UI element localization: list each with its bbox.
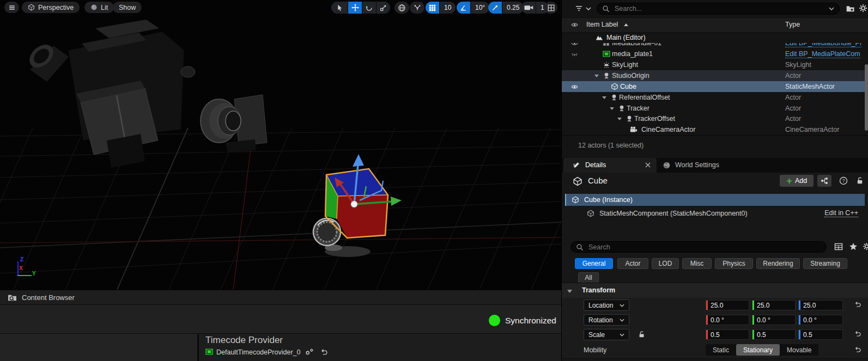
outliner-row-trackeroffset[interactable]: TrackerOffset Actor: [562, 113, 868, 124]
angle-snap-toggle[interactable]: [457, 2, 470, 14]
outliner-row-cinecameraactor[interactable]: CineCameraActor CineCameraActor: [562, 124, 868, 135]
scale-x-field[interactable]: 0.5: [706, 329, 749, 340]
outliner-item-label[interactable]: SkyLight: [612, 61, 638, 69]
outliner-filter-chevron-icon[interactable]: [586, 7, 591, 10]
reset-scale-icon[interactable]: [854, 330, 861, 338]
visibility-column-eye-icon[interactable]: [570, 21, 579, 28]
viewport-menu-button[interactable]: [4, 2, 19, 13]
move-tool-button[interactable]: [348, 2, 362, 14]
tab-world-settings[interactable]: World Settings: [660, 158, 742, 173]
component-row-cube-instance[interactable]: Cube (Instance): [565, 194, 865, 206]
surface-snapping-button[interactable]: [410, 2, 424, 14]
filter-chip-actor[interactable]: Actor: [617, 258, 648, 269]
location-x-field[interactable]: 25.0: [706, 300, 749, 310]
outliner-item-label[interactable]: media_plate1: [612, 50, 653, 58]
visibility-eye-icon[interactable]: [570, 43, 579, 47]
scale-dropdown[interactable]: Scale: [584, 329, 629, 340]
maximize-viewport-button[interactable]: [544, 2, 557, 14]
filter-chip-streaming[interactable]: Streaming: [803, 258, 847, 269]
reset-mobility-icon[interactable]: [854, 346, 861, 353]
scale-snap-toggle[interactable]: [488, 2, 502, 14]
expander-triangle-icon[interactable]: [594, 74, 599, 78]
expander-triangle-icon[interactable]: [610, 106, 614, 111]
grid-snap-toggle[interactable]: [426, 2, 439, 14]
outliner-row-media-plate1[interactable]: media_plate1 Edit BP_MediaPlateCom: [562, 48, 868, 59]
outliner-item-type-link[interactable]: Edit BP_MediaPlateCom: [785, 50, 860, 58]
mobility-static-button[interactable]: Static: [706, 344, 736, 356]
outliner-row-mediabundle-clipped[interactable]: MediaBundle-01 Edit BP_MediaBundle_Pl: [562, 43, 868, 48]
show-button[interactable]: Show: [113, 2, 142, 13]
scale-y-field[interactable]: 0.5: [752, 329, 796, 340]
search-options-chevron-icon[interactable]: [829, 7, 834, 10]
outliner-search[interactable]: [597, 3, 840, 15]
location-dropdown[interactable]: Location: [584, 299, 629, 311]
outliner-row-tracker[interactable]: Tracker Actor: [562, 103, 868, 114]
world-local-toggle[interactable]: [394, 2, 409, 14]
unlock-icon[interactable]: [856, 176, 864, 185]
add-component-button[interactable]: Add: [780, 175, 814, 187]
content-browser-bar[interactable]: Content Browser: [0, 290, 561, 305]
reload-icon[interactable]: [320, 348, 328, 356]
expander-triangle-icon[interactable]: [602, 95, 606, 100]
sort-ascending-icon[interactable]: [624, 23, 628, 27]
new-folder-icon[interactable]: [846, 4, 855, 13]
edit-in-cpp-link[interactable]: Edit in C++: [824, 209, 858, 217]
lit-button[interactable]: Lit: [84, 2, 114, 13]
outliner-settings-gear-icon[interactable]: [859, 4, 867, 13]
timecode-provider-value[interactable]: DefaultTimecodeProvider_0: [216, 348, 300, 356]
outliner-item-label[interactable]: Tracker: [627, 105, 650, 112]
rotate-tool-button[interactable]: [362, 2, 376, 14]
filter-chip-physics[interactable]: Physics: [715, 258, 753, 269]
rotation-z-field[interactable]: 0.0 °: [798, 315, 843, 325]
scale-lock-icon[interactable]: [638, 331, 646, 338]
scale-z-field[interactable]: 0.5: [798, 329, 843, 340]
angle-snap-value[interactable]: 10°: [471, 2, 489, 14]
scale-snap-value[interactable]: 0.25: [502, 2, 524, 14]
visibility-closed-eye-icon[interactable]: [570, 51, 579, 58]
perspective-button[interactable]: Perspective: [22, 2, 80, 13]
visibility-eye-icon[interactable]: [570, 83, 579, 90]
details-search[interactable]: [570, 241, 827, 253]
viewport-3d[interactable]: Perspective Lit Show 10 10°: [0, 0, 561, 290]
scale-tool-button[interactable]: [377, 2, 390, 14]
outliner-item-label[interactable]: CineCameraActor: [641, 126, 695, 133]
item-label-column-header[interactable]: Item Label: [586, 21, 618, 28]
outliner-search-input[interactable]: [614, 4, 825, 13]
select-tool-button[interactable]: [331, 2, 348, 14]
filter-chip-all[interactable]: All: [578, 272, 599, 283]
location-y-field[interactable]: 25.0: [752, 300, 796, 310]
blueprint-convert-button[interactable]: [817, 175, 831, 187]
outliner-item-label[interactable]: Cube: [620, 83, 636, 90]
camera-speed-button[interactable]: [521, 2, 536, 14]
transform-section-header[interactable]: Transform: [562, 283, 868, 299]
mobility-stationary-button[interactable]: Stationary: [736, 344, 780, 356]
rotation-y-field[interactable]: 0.0 °: [752, 315, 796, 325]
component-row-staticmesh[interactable]: StaticMeshComponent (StaticMeshComponent…: [565, 207, 864, 219]
expander-triangle-icon[interactable]: [617, 117, 622, 121]
outliner-row-cube-selected[interactable]: Cube StaticMeshActor: [562, 81, 868, 92]
favorites-star-icon[interactable]: [849, 242, 858, 251]
outliner-item-label[interactable]: MediaBundle-01: [612, 43, 661, 47]
outliner-row-referentialoffset[interactable]: ReferentialOffset Actor: [562, 92, 868, 103]
outliner-scrollbar[interactable]: [865, 64, 868, 131]
outliner-item-label[interactable]: StudioOrigin: [612, 72, 650, 79]
rotation-x-field[interactable]: 0.0 °: [706, 315, 749, 325]
outliner-row-studioorigin[interactable]: StudioOrigin Actor: [562, 70, 868, 81]
details-settings-gear-icon[interactable]: [863, 242, 868, 250]
rotation-dropdown[interactable]: Rotation: [584, 314, 629, 326]
gears-icon[interactable]: [305, 348, 314, 356]
details-search-input[interactable]: [587, 243, 821, 252]
location-z-field[interactable]: 25.0: [798, 300, 843, 310]
outliner-filter-icon[interactable]: [575, 4, 583, 13]
tab-details[interactable]: Details: [563, 158, 657, 173]
outliner-item-label[interactable]: TrackerOffset: [634, 115, 675, 123]
outliner-item-label[interactable]: ReferentialOffset: [619, 94, 670, 101]
reset-location-icon[interactable]: [854, 301, 861, 308]
outliner-row-skylight[interactable]: SkyLight SkyLight: [562, 59, 868, 70]
filter-chip-rendering[interactable]: Rendering: [756, 258, 800, 269]
close-icon[interactable]: [645, 162, 651, 168]
mobility-movable-button[interactable]: Movable: [780, 344, 818, 356]
display-mode-table-icon[interactable]: [834, 242, 843, 251]
filter-chip-lod[interactable]: LOD: [652, 258, 679, 269]
type-column-header[interactable]: Type: [785, 21, 800, 28]
